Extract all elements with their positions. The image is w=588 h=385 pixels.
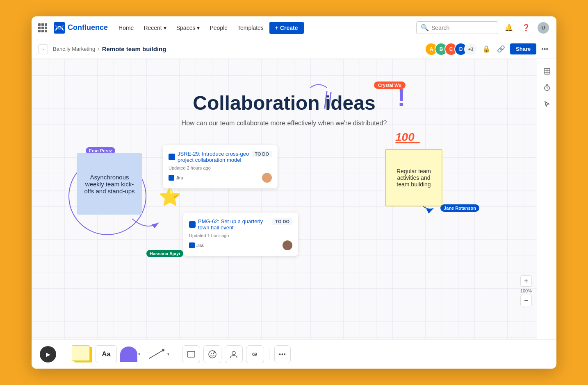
svg-point-19 xyxy=(211,353,212,353)
jira-avatar-1 xyxy=(262,173,272,183)
zoom-in-button[interactable]: + xyxy=(520,275,532,287)
notifications-button[interactable]: 🔔 xyxy=(502,21,515,34)
help-button[interactable]: ❓ xyxy=(520,21,533,34)
hundred-label: 100 xyxy=(395,131,420,143)
search-input[interactable] xyxy=(431,25,494,31)
navbar-left: Confluence Home Recent ▾ Spaces ▾ People… xyxy=(38,22,416,34)
jira-meta-2: Updated 1 hour ago xyxy=(189,233,292,238)
shape-caret-icon[interactable]: ▾ xyxy=(138,352,140,356)
jira-meta-1: Updated 2 hours ago xyxy=(169,165,272,170)
sub-header-actions: A B C D +3 🔒 🔗 Share ••• xyxy=(425,43,550,56)
jira-title-2: PMG-62: Set up a quarterly town hall eve… xyxy=(198,218,272,231)
svg-point-20 xyxy=(213,353,214,353)
play-button[interactable]: ▶ xyxy=(40,346,56,362)
sidebar-toggle-button[interactable]: › xyxy=(38,44,48,54)
nav-links: Home Recent ▾ Spaces ▾ People Templates … xyxy=(114,22,303,34)
jira-footer-2: Jira xyxy=(189,240,292,250)
table-panel-button[interactable] xyxy=(540,64,554,79)
jira-source-1: Jira xyxy=(169,175,183,181)
zoom-controls: + 100% − xyxy=(519,275,533,306)
navbar-right: 🔍 🔔 ❓ U xyxy=(416,21,550,34)
jira-card-1[interactable]: TO DO JSRE-29: Introduce cross-geo proje… xyxy=(163,145,278,188)
chevron-down-icon: ▾ xyxy=(164,25,166,31)
jira-source-2: Jira xyxy=(189,242,204,248)
shape-tool[interactable]: ▾ xyxy=(120,346,140,362)
breadcrumb-separator: › xyxy=(98,46,99,52)
star-decoration: ⭐ xyxy=(159,186,181,207)
nav-home[interactable]: Home xyxy=(114,22,138,34)
right-panel xyxy=(537,59,556,339)
page-title: Remote team building xyxy=(102,45,166,52)
exclamation-decor: ! xyxy=(397,86,406,110)
zoom-level: 100% xyxy=(519,288,533,294)
bottom-toolbar: ▶ Aa ▾ ▾ xyxy=(32,339,556,369)
user-avatar[interactable]: U xyxy=(537,21,550,34)
collaborators-avatars: A B C D +3 xyxy=(425,43,477,56)
jira-title-1: JSRE-29: Introduce cross-geo project col… xyxy=(178,151,252,163)
svg-point-16 xyxy=(162,349,164,351)
jira-avatar-2 xyxy=(283,240,292,250)
lock-icon[interactable]: 🔒 xyxy=(481,43,492,54)
breadcrumb-space: Banc.ly Marketing xyxy=(53,46,95,52)
nav-templates[interactable]: Templates xyxy=(233,22,268,34)
svg-line-15 xyxy=(149,350,163,358)
canvas-subtitle: How can our team collaborate more effect… xyxy=(182,120,387,127)
confluence-logo[interactable]: Confluence xyxy=(54,22,108,34)
main-content: Crystal Wu Collaboration ideas ! How can… xyxy=(32,59,556,339)
line-tool[interactable]: ▾ xyxy=(144,344,172,364)
nav-people[interactable]: People xyxy=(205,22,232,34)
grid-menu-icon[interactable] xyxy=(38,23,47,32)
nav-recent[interactable]: Recent ▾ xyxy=(139,22,170,34)
hassana-label: Hassana Ajayi xyxy=(146,250,183,257)
more-options-icon[interactable]: ••• xyxy=(540,44,550,54)
rectangle-tool-button[interactable] xyxy=(182,345,200,363)
jira-card-2[interactable]: TO DO PMG-62: Set up a quarterly town ha… xyxy=(183,213,298,256)
search-box[interactable]: 🔍 xyxy=(416,21,498,34)
zoom-out-button[interactable]: − xyxy=(520,295,532,306)
sticky-notes-tool[interactable] xyxy=(71,344,92,364)
text-tool-button[interactable]: Aa xyxy=(96,345,117,363)
more-tools-button[interactable]: ••• xyxy=(274,345,291,363)
cursor-panel-button[interactable] xyxy=(540,97,554,111)
todo-badge-1: TO DO xyxy=(252,151,272,157)
logo-text: Confluence xyxy=(68,23,108,32)
canvas[interactable]: Crystal Wu Collaboration ideas ! How can… xyxy=(32,59,537,339)
emoji-tool-button[interactable] xyxy=(203,345,221,363)
line-caret-icon[interactable]: ▾ xyxy=(167,352,169,356)
todo-badge-2: TO DO xyxy=(272,218,292,225)
toolbar-separator-2 xyxy=(269,348,269,361)
link-tool-button[interactable] xyxy=(246,345,264,363)
breadcrumb: Banc.ly Marketing › Remote team building xyxy=(53,45,166,52)
canvas-title: Collaboration ideas xyxy=(193,92,375,114)
timer-panel-button[interactable] xyxy=(540,80,554,95)
svg-rect-0 xyxy=(54,22,65,34)
jira-footer-1: Jira xyxy=(169,173,272,183)
sub-header: › Banc.ly Marketing › Remote team buildi… xyxy=(32,39,556,59)
sticky-note-yellow[interactable]: Regular team activities and team buildin… xyxy=(385,149,442,206)
jane-label: Jane Rotanson xyxy=(440,204,479,212)
chevron-down-icon: ▾ xyxy=(197,25,200,31)
svg-rect-17 xyxy=(187,351,195,357)
assign-tool-button[interactable] xyxy=(225,345,243,363)
share-button[interactable]: Share xyxy=(510,43,536,54)
link-icon[interactable]: 🔗 xyxy=(495,43,507,54)
navbar: Confluence Home Recent ▾ Spaces ▾ People… xyxy=(32,16,556,39)
sticky-note-blue[interactable]: Asynchronous weekly team kick-offs and s… xyxy=(77,153,142,215)
search-icon: 🔍 xyxy=(421,24,429,32)
avatar-overflow-count[interactable]: +3 xyxy=(464,43,477,56)
svg-point-21 xyxy=(232,351,235,355)
nav-spaces[interactable]: Spaces ▾ xyxy=(172,22,204,34)
toolbar-separator-1 xyxy=(177,348,177,361)
create-button[interactable]: + Create xyxy=(269,22,304,34)
